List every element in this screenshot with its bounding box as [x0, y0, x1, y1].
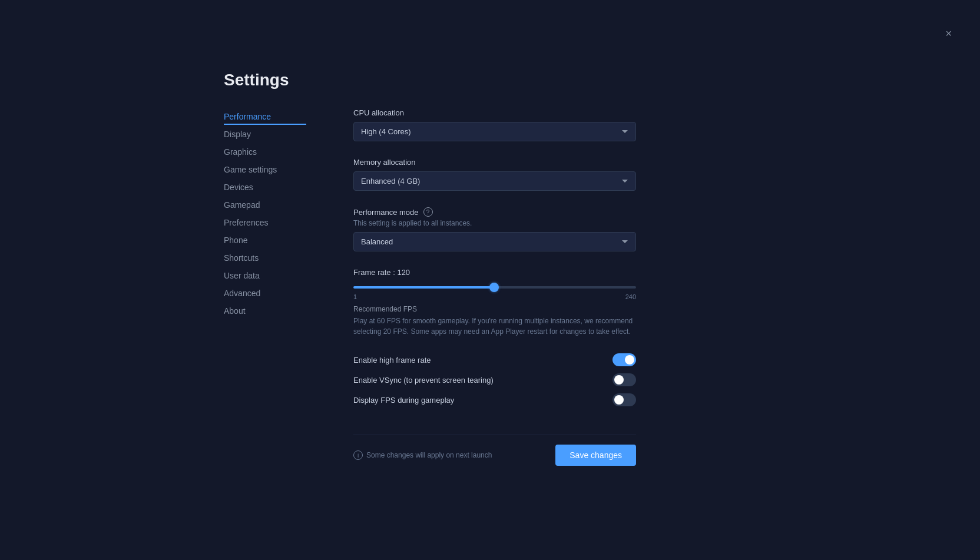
recommended-fps-title: Recommended FPS	[353, 305, 636, 313]
footer-note: i Some changes will apply on next launch	[353, 450, 492, 460]
sidebar-item-graphics[interactable]: Graphics	[224, 144, 306, 160]
frame-rate-section: Frame rate : 120 1 240 Recommended FPS P…	[353, 268, 636, 337]
frame-rate-slider[interactable]	[353, 286, 636, 289]
settings-container: Settings Performance Display Graphics Ga…	[224, 71, 636, 466]
sidebar-item-devices[interactable]: Devices	[224, 179, 306, 195]
footer-row: i Some changes will apply on next launch…	[353, 435, 636, 466]
toggle-label-vsync: Enable VSync (to prevent screen tearing)	[353, 376, 494, 385]
toggle-row-vsync: Enable VSync (to prevent screen tearing)	[353, 373, 636, 386]
memory-select[interactable]: Standard (1 GB) Medium (2 GB) Enhanced (…	[353, 171, 636, 191]
sidebar-item-user-data[interactable]: User data	[224, 267, 306, 284]
performance-mode-section: Performance mode ? This setting is appli…	[353, 207, 636, 251]
sidebar-nav: Performance Display Graphics Game settin…	[224, 108, 306, 466]
sidebar-item-shortcuts[interactable]: Shortcuts	[224, 250, 306, 266]
sidebar-item-display[interactable]: Display	[224, 126, 306, 143]
toggle-label-display-fps: Display FPS during gameplay	[353, 396, 454, 405]
performance-mode-label: Performance mode	[353, 208, 419, 217]
slider-labels: 1 240	[353, 293, 636, 300]
sidebar-item-advanced[interactable]: Advanced	[224, 285, 306, 301]
toggle-label-high-frame-rate: Enable high frame rate	[353, 356, 431, 365]
sidebar-item-phone[interactable]: Phone	[224, 232, 306, 248]
slider-max-label: 240	[625, 293, 636, 300]
save-changes-button[interactable]: Save changes	[555, 445, 636, 466]
toggle-row-display-fps: Display FPS during gameplay	[353, 393, 636, 406]
recommended-fps-desc: Play at 60 FPS for smooth gameplay. If y…	[353, 316, 636, 337]
memory-section: Memory allocation Standard (1 GB) Medium…	[353, 158, 636, 191]
sidebar-item-game-settings[interactable]: Game settings	[224, 161, 306, 178]
cpu-label: CPU allocation	[353, 108, 636, 117]
toggle-row-high-frame-rate: Enable high frame rate	[353, 353, 636, 366]
recommended-fps: Recommended FPS Play at 60 FPS for smoot…	[353, 305, 636, 337]
toggle-display-fps[interactable]	[612, 393, 636, 406]
page-title: Settings	[224, 71, 636, 90]
cpu-section: CPU allocation Low (1 Core) Medium (2 Co…	[353, 108, 636, 141]
memory-label: Memory allocation	[353, 158, 636, 167]
sidebar-item-preferences[interactable]: Preferences	[224, 214, 306, 231]
slider-row	[353, 286, 636, 289]
performance-mode-select[interactable]: Power saver Balanced High performance	[353, 232, 636, 251]
toggle-vsync[interactable]	[612, 373, 636, 386]
close-button[interactable]: ×	[945, 28, 952, 39]
sidebar-item-performance[interactable]: Performance	[224, 108, 306, 125]
sidebar-item-about[interactable]: About	[224, 303, 306, 319]
sidebar-item-gamepad[interactable]: Gamepad	[224, 197, 306, 213]
performance-mode-label-row: Performance mode ?	[353, 207, 636, 217]
footer-info-icon: i	[353, 450, 363, 460]
settings-body: Performance Display Graphics Game settin…	[224, 108, 636, 466]
toggle-high-frame-rate[interactable]	[612, 353, 636, 366]
slider-min-label: 1	[353, 293, 357, 300]
cpu-select[interactable]: Low (1 Core) Medium (2 Cores) High (4 Co…	[353, 122, 636, 141]
toggle-rows: Enable high frame rate Enable VSync (to …	[353, 353, 636, 406]
performance-mode-info-icon[interactable]: ?	[423, 207, 433, 217]
performance-mode-sublabel: This setting is applied to all instances…	[353, 219, 636, 227]
frame-rate-label: Frame rate : 120	[353, 268, 636, 277]
main-content: CPU allocation Low (1 Core) Medium (2 Co…	[353, 108, 636, 466]
footer-note-text: Some changes will apply on next launch	[366, 451, 492, 459]
